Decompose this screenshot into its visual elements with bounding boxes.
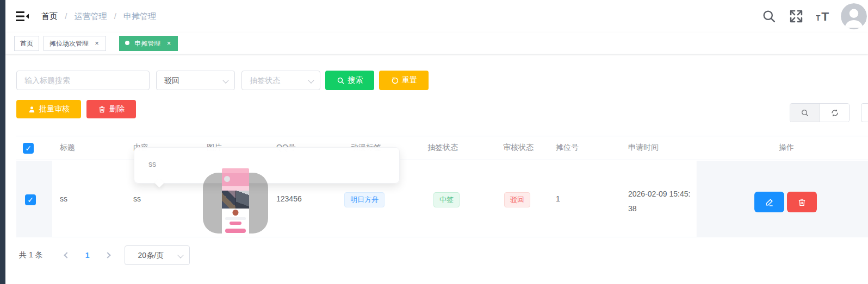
thumb-card (222, 209, 249, 226)
edit-row-button[interactable] (754, 192, 784, 212)
pagination: 共 1 条 1 20条/页 (19, 245, 190, 265)
tab-label: 首页 (20, 40, 33, 47)
pagination-total: 共 1 条 (19, 250, 43, 260)
collapsed-sidebar[interactable] (0, 0, 5, 284)
lottery-status-badge: 中签 (433, 192, 460, 207)
next-page-button[interactable] (101, 247, 117, 263)
breadcrumb-item-current: 申摊管理 (123, 11, 156, 21)
top-navbar: 首页 / 运营管理 / 申摊管理 T T (5, 0, 868, 33)
title-search-input[interactable] (16, 71, 150, 90)
tab-label: 申摊管理 (134, 40, 160, 47)
toggle-search-icon[interactable] (790, 104, 820, 122)
page-size-value: 20条/页 (138, 251, 164, 260)
lottery-status-select[interactable]: 抽签状态 (241, 71, 320, 90)
refresh-icon (390, 77, 399, 85)
current-page[interactable]: 1 (79, 251, 96, 260)
thumb-photos (222, 191, 249, 209)
breadcrumb: 首页 / 运营管理 / 申摊管理 (41, 11, 161, 22)
column-header-audit-status[interactable]: 审核状态 (503, 143, 534, 153)
tab-booth-session-mgmt[interactable]: 摊位场次管理 × (44, 36, 106, 51)
trash-icon (98, 105, 106, 113)
breadcrumb-separator: / (65, 11, 67, 21)
row-image-thumbnail[interactable] (222, 168, 249, 235)
anime-tag-badge: 明日方舟 (344, 192, 385, 207)
tab-booth-apply-mgmt[interactable]: 申摊管理 × (119, 36, 178, 51)
svg-text:T: T (816, 14, 821, 22)
audit-status-badge: 驳回 (504, 192, 530, 207)
chevron-down-icon (177, 252, 183, 258)
trash-icon (797, 198, 807, 207)
column-settings-button[interactable] (861, 103, 868, 122)
delete-button-label: 删除 (109, 104, 125, 114)
cell-title: ss (60, 194, 67, 203)
cell-content[interactable]: ss (133, 194, 141, 203)
tooltip-text: ss (148, 160, 156, 168)
header-search-icon[interactable] (761, 9, 777, 24)
reset-button-label: 重置 (402, 75, 417, 85)
pencil-icon (765, 198, 774, 207)
close-icon[interactable]: × (166, 39, 172, 47)
delete-selected-button[interactable]: 删除 (86, 100, 136, 118)
select-all-checkbox[interactable]: ✓ (23, 143, 34, 154)
user-icon (28, 105, 36, 113)
user-avatar[interactable] (841, 3, 867, 29)
tab-label: 摊位场次管理 (49, 40, 89, 47)
breadcrumb-item-home[interactable]: 首页 (41, 11, 58, 21)
thumb-strip (222, 186, 249, 191)
batch-audit-button[interactable]: 批量审核 (16, 100, 81, 118)
refresh-table-icon[interactable] (820, 104, 849, 122)
cell-booth-no: 1 (556, 194, 560, 203)
svg-text:T: T (821, 9, 829, 23)
chevron-down-icon (222, 77, 228, 83)
tags-view-bar: 首页 摊位场次管理 × 申摊管理 × (5, 33, 868, 54)
table-toolbar (790, 103, 850, 122)
close-icon[interactable]: × (94, 39, 100, 47)
search-button[interactable]: 搜索 (325, 71, 374, 90)
select-value: 驳回 (164, 76, 179, 85)
thumb-footer (222, 226, 249, 235)
audit-status-select[interactable]: 驳回 (156, 71, 235, 90)
search-button-label: 搜索 (348, 75, 363, 85)
breadcrumb-separator: / (114, 11, 116, 21)
column-header-lottery-status[interactable]: 抽签状态 (427, 143, 458, 153)
content-tooltip: ss (134, 147, 400, 184)
app-window: 首页 / 运营管理 / 申摊管理 T T (0, 0, 868, 284)
cell-qq: 123456 (276, 194, 302, 203)
reset-button[interactable]: 重置 (379, 71, 429, 90)
thumb-statusbar (222, 168, 249, 173)
breadcrumb-item-operations: 运营管理 (75, 11, 107, 21)
chevron-down-icon (308, 77, 314, 83)
row-checkbox[interactable]: ✓ (25, 194, 36, 205)
column-header-actions[interactable]: 操作 (779, 143, 794, 153)
cell-apply-time: 2026-02-09 15:45:38 (628, 187, 691, 216)
thumb-profile-header (222, 173, 249, 186)
select-placeholder: 抽签状态 (250, 76, 280, 85)
column-header-booth-no[interactable]: 摊位号 (556, 143, 579, 153)
column-header-apply-time[interactable]: 申请时间 (628, 143, 659, 153)
font-size-icon[interactable]: T T (816, 9, 833, 24)
page-size-select[interactable]: 20条/页 (125, 245, 190, 265)
delete-row-button[interactable] (787, 192, 817, 212)
hamburger-icon[interactable] (15, 9, 29, 23)
active-tab-dot (125, 41, 129, 45)
fullscreen-icon[interactable] (789, 9, 804, 24)
batch-audit-label: 批量审核 (39, 104, 70, 114)
prev-page-button[interactable] (58, 247, 75, 263)
column-header-title[interactable]: 标题 (60, 143, 75, 153)
search-icon (337, 77, 345, 85)
tab-home[interactable]: 首页 (14, 36, 39, 51)
